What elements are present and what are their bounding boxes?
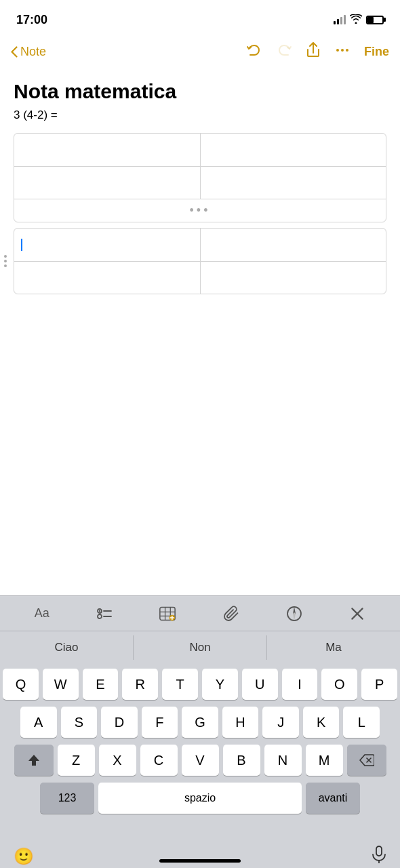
key-w[interactable]: W: [43, 669, 79, 700]
table-row: [14, 166, 386, 199]
predictive-word-1[interactable]: Ciao: [0, 635, 134, 660]
svg-point-2: [346, 49, 348, 52]
text-cursor: [21, 239, 22, 251]
key-q[interactable]: Q: [3, 669, 39, 700]
key-m[interactable]: M: [306, 745, 343, 776]
table-button[interactable]: [159, 606, 176, 622]
note-table-top[interactable]: •••: [14, 133, 386, 222]
table-expand-dots[interactable]: •••: [14, 199, 386, 222]
key-c[interactable]: C: [140, 745, 178, 776]
checklist-icon: [96, 606, 113, 622]
space-key[interactable]: spazio: [98, 783, 302, 814]
svg-point-0: [336, 49, 339, 52]
key-x[interactable]: X: [99, 745, 136, 776]
table-cell[interactable]: [14, 134, 200, 166]
backspace-key[interactable]: [347, 745, 386, 776]
key-j[interactable]: J: [262, 707, 299, 738]
status-time: 17:00: [16, 13, 47, 27]
table-cell[interactable]: [14, 261, 200, 294]
key-a[interactable]: A: [20, 707, 57, 738]
note-title: Nota matematica: [14, 80, 386, 103]
predictive-word-3[interactable]: Ma: [267, 635, 400, 660]
predictive-bar: Ciao Non Ma: [0, 631, 400, 663]
shift-key[interactable]: [14, 745, 54, 776]
table-cell[interactable]: [200, 134, 386, 166]
font-button[interactable]: Aa: [35, 606, 49, 620]
table-row: [14, 229, 386, 261]
key-z[interactable]: Z: [58, 745, 95, 776]
nav-bar: Note Fine: [0, 34, 400, 69]
key-l[interactable]: L: [343, 707, 380, 738]
table-row: [14, 261, 386, 294]
microphone-button[interactable]: [372, 846, 386, 867]
done-button[interactable]: Fine: [364, 45, 389, 59]
table-cell-active[interactable]: [14, 229, 200, 261]
svg-point-4: [99, 610, 100, 611]
numbers-key[interactable]: 123: [40, 783, 94, 814]
key-i[interactable]: I: [282, 669, 318, 700]
table-icon: [159, 606, 176, 622]
key-g[interactable]: G: [182, 707, 218, 738]
back-button[interactable]: Note: [11, 45, 46, 59]
bottom-bar: 🙂: [0, 845, 400, 868]
compass-button[interactable]: [286, 606, 302, 622]
key-s[interactable]: S: [61, 707, 98, 738]
row-drag-handle[interactable]: [3, 252, 8, 270]
key-v[interactable]: V: [182, 745, 219, 776]
key-b[interactable]: B: [223, 745, 260, 776]
table-cell[interactable]: [200, 229, 386, 261]
table-cell[interactable]: [14, 166, 200, 199]
emoji-button[interactable]: 🙂: [14, 847, 34, 866]
table-cell[interactable]: [200, 166, 386, 199]
key-k[interactable]: K: [303, 707, 340, 738]
status-icons: [334, 14, 384, 26]
key-e[interactable]: E: [83, 669, 119, 700]
svg-marker-18: [293, 612, 296, 620]
key-t[interactable]: T: [162, 669, 198, 700]
svg-rect-23: [376, 846, 382, 856]
svg-point-6: [98, 614, 102, 618]
return-key[interactable]: avanti: [306, 783, 360, 814]
key-h[interactable]: H: [222, 707, 259, 738]
signal-icon: [334, 15, 346, 24]
close-icon: [349, 606, 365, 622]
share-button[interactable]: [306, 42, 321, 62]
key-u[interactable]: U: [242, 669, 278, 700]
checklist-button[interactable]: [96, 606, 113, 622]
more-button[interactable]: [334, 42, 351, 62]
key-f[interactable]: F: [142, 707, 178, 738]
keyboard-row-3: Z X C V B N M: [3, 745, 397, 776]
key-r[interactable]: R: [122, 669, 158, 700]
keyboard-row-1: Q W E R T Y U I O P: [3, 669, 397, 700]
key-d[interactable]: D: [101, 707, 138, 738]
predictive-word-2[interactable]: Non: [134, 635, 267, 660]
nav-icons: Fine: [246, 42, 389, 62]
microphone-icon: [372, 846, 386, 863]
key-n[interactable]: N: [264, 745, 302, 776]
backspace-icon: [359, 754, 374, 766]
keyboard-row-4: 123 spazio avanti: [3, 783, 397, 814]
status-bar: 17:00: [0, 0, 400, 34]
key-y[interactable]: Y: [202, 669, 238, 700]
wifi-icon: [350, 14, 362, 26]
compass-icon: [286, 606, 302, 622]
font-label: Aa: [35, 606, 49, 620]
back-label: Note: [20, 45, 46, 59]
keyboard-toolbar: Aa: [0, 595, 400, 631]
close-keyboard-button[interactable]: [349, 606, 365, 622]
shift-icon: [27, 753, 41, 767]
attachment-button[interactable]: [223, 606, 239, 622]
attachment-icon: [223, 606, 239, 622]
battery-icon: [366, 16, 384, 24]
key-p[interactable]: P: [361, 669, 397, 700]
note-table-bottom[interactable]: [14, 228, 386, 294]
table-row: [14, 134, 386, 166]
redo-button[interactable]: [276, 42, 292, 62]
key-o[interactable]: O: [321, 669, 357, 700]
svg-point-1: [341, 49, 344, 52]
note-body: 3 (4-2) =: [14, 108, 386, 122]
note-content: Nota matematica 3 (4-2) = •••: [0, 69, 400, 311]
note-table-bottom-container: [14, 228, 386, 294]
table-cell[interactable]: [200, 261, 386, 294]
undo-button[interactable]: [246, 42, 262, 62]
